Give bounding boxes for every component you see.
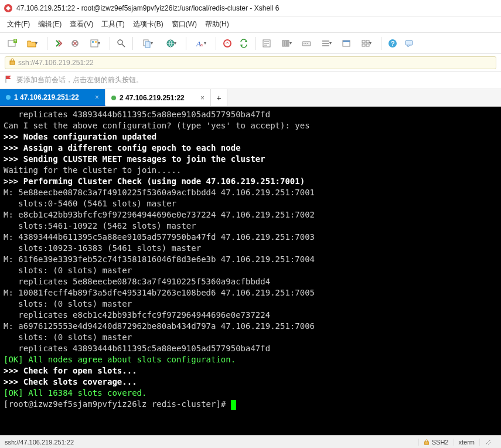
address-bar: ssh://47.106.219.251:22: [0, 54, 501, 72]
add-tab-button[interactable]: +: [211, 89, 227, 106]
new-session-icon[interactable]: +: [5, 36, 20, 51]
menu-help[interactable]: 帮助(H): [205, 19, 229, 29]
tab-label: 1 47.106.219.251:22: [14, 93, 79, 101]
lock-icon: [9, 58, 16, 67]
status-term: xterm: [454, 439, 480, 446]
svg-rect-21: [305, 43, 306, 44]
keyboard-icon[interactable]: [299, 36, 314, 51]
script-icon[interactable]: [259, 36, 274, 51]
menu-tools[interactable]: 工具(T): [101, 19, 124, 29]
menu-edit[interactable]: 编辑(E): [38, 19, 62, 29]
flag-icon: [5, 75, 13, 85]
window-title: 47.106.219.251:22 - root@izwz9ef5sjam9pv…: [16, 4, 279, 12]
font-icon[interactable]: Aa▾: [190, 36, 212, 51]
svg-text:?: ?: [391, 40, 395, 47]
tab-label: 2 47.106.219.251:22: [120, 94, 185, 102]
lines-icon[interactable]: ▾: [315, 36, 338, 51]
close-icon[interactable]: ×: [95, 93, 99, 101]
svg-rect-25: [362, 40, 365, 43]
hint-bar: 要添加当前会话，点击左侧的箭头按钮。: [0, 72, 501, 89]
toolbar: + ▾ ▾ ▾ ▾ Aa▾ ▾ ▾ ▾ ?: [0, 33, 501, 54]
cursor: [231, 400, 236, 410]
properties-icon[interactable]: ▾: [84, 36, 106, 51]
app-icon: [4, 4, 13, 13]
lock-icon: [424, 439, 430, 445]
svg-rect-7: [95, 41, 97, 43]
green-arrows-icon[interactable]: [236, 36, 251, 51]
menu-file[interactable]: 文件(F): [7, 19, 30, 29]
svg-rect-22: [307, 43, 308, 44]
svg-rect-27: [362, 44, 365, 46]
toolbar-separator: [47, 37, 47, 50]
status-dot-icon: [111, 96, 116, 100]
search-icon[interactable]: [114, 36, 129, 51]
svg-rect-24: [343, 40, 350, 42]
svg-rect-32: [10, 61, 15, 65]
status-bar: ssh://47.106.219.251:22 SSH2 xterm: [0, 435, 501, 448]
toolbar-separator: [216, 37, 216, 50]
toolbar-separator: [186, 37, 186, 50]
disconnect-icon[interactable]: [67, 36, 83, 51]
menubar: 文件(F) 编辑(E) 查看(V) 工具(T) 选项卡(B) 窗口(W) 帮助(…: [0, 16, 501, 33]
chat-icon[interactable]: [401, 36, 417, 51]
copy-icon[interactable]: ▾: [137, 36, 159, 51]
svg-point-14: [224, 40, 231, 47]
svg-rect-18: [287, 40, 289, 46]
session-tab-1[interactable]: 1 47.106.219.251:22 ×: [0, 89, 105, 106]
reconnect-icon[interactable]: [51, 36, 66, 51]
help-icon[interactable]: ?: [385, 36, 400, 51]
toolbar-separator: [381, 37, 381, 50]
svg-rect-6: [92, 41, 94, 43]
address-input[interactable]: ssh://47.106.219.251:22: [5, 56, 496, 69]
svg-rect-33: [424, 442, 428, 444]
titlebar: 47.106.219.251:22 - root@izwz9ef5sjam9pv…: [0, 0, 501, 16]
svg-rect-31: [405, 40, 413, 45]
status-dot-icon: [6, 95, 11, 100]
svg-text:a: a: [200, 42, 203, 47]
svg-text:+: +: [14, 39, 16, 43]
columns-icon[interactable]: ▾: [275, 36, 298, 51]
menu-tabs[interactable]: 选项卡(B): [133, 19, 163, 29]
globe-icon[interactable]: ▾: [160, 36, 182, 51]
address-text: ssh://47.106.219.251:22: [18, 59, 94, 67]
menu-window[interactable]: 窗口(W): [172, 19, 197, 29]
svg-rect-17: [285, 40, 287, 46]
session-tab-2[interactable]: 2 47.106.219.251:22 ×: [105, 89, 211, 106]
hint-text: 要添加当前会话，点击左侧的箭头按钮。: [16, 75, 143, 85]
tab-bar: 1 47.106.219.251:22 × 2 47.106.219.251:2…: [0, 89, 501, 107]
toolbar-separator: [255, 37, 255, 50]
status-connection: ssh://47.106.219.251:22: [5, 439, 74, 446]
grid-icon[interactable]: ▾: [355, 36, 377, 51]
svg-rect-16: [282, 40, 284, 46]
prompt: [root@izwz9ef5sjam9pvfyiz26lz redis-clus…: [4, 399, 231, 409]
window-icon[interactable]: [339, 36, 354, 51]
close-icon[interactable]: ×: [200, 94, 205, 102]
svg-rect-10: [145, 42, 150, 47]
status-ssh: SSH2: [418, 439, 454, 446]
status-resize-grip[interactable]: [479, 439, 496, 446]
toolbar-separator: [110, 37, 110, 50]
svg-point-8: [118, 40, 122, 45]
menu-view[interactable]: 查看(V): [70, 19, 93, 29]
svg-rect-5: [91, 40, 98, 47]
open-session-icon[interactable]: ▾: [21, 36, 43, 51]
toolbar-separator: [132, 37, 133, 50]
red-circle-icon[interactable]: [220, 36, 235, 51]
svg-rect-20: [304, 43, 305, 44]
terminal[interactable]: replicates 43893444b611395c5a88ee9105ad5…: [0, 107, 501, 435]
